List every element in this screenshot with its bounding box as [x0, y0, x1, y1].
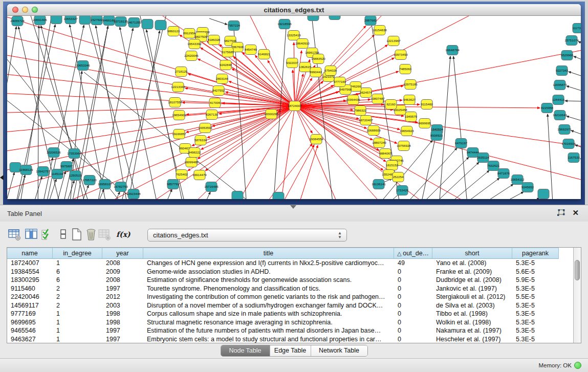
edge[interactable] [429, 170, 489, 199]
graph-node-selected[interactable]: 16914479 [192, 170, 207, 180]
column-header-in_degree[interactable]: in_degree [53, 248, 102, 259]
table-cell-short[interactable]: Stergiakouli et al. (2012) [432, 293, 512, 301]
graph-node-selected[interactable]: 7986322 [354, 106, 367, 116]
graph-node-selected[interactable]: 417006 [209, 98, 221, 108]
graph-node-selected[interactable]: 18720407 [359, 116, 373, 125]
graph-node-selected[interactable]: 10807487 [371, 94, 385, 104]
graph-node[interactable] [273, 192, 284, 200]
graph-node[interactable]: 8471876 [497, 169, 510, 179]
table-cell-out_de[interactable]: 0 [394, 293, 432, 301]
table-selector-dropdown[interactable]: citations_edges.txt ▲▼ [147, 229, 347, 242]
graph-node[interactable] [308, 16, 319, 21]
column-header-out_de[interactable]: △out_de… [394, 248, 432, 259]
table-options-icon[interactable] [8, 228, 21, 242]
table-cell-title[interactable]: Structural magnetic resonance image aver… [143, 318, 394, 327]
graph-node-selected[interactable]: 9146821 [258, 50, 271, 59]
table-cell-name[interactable]: 18724007 [7, 259, 53, 268]
table-row[interactable]: 1872400712008Changes of HCN gene express… [7, 259, 573, 268]
graph-node[interactable]: 2935114 [477, 153, 489, 163]
row-options-icon[interactable] [57, 228, 71, 242]
table-cell-title[interactable]: Investigating the contribution of common… [143, 293, 394, 301]
edge-selected[interactable] [294, 145, 318, 199]
table-row[interactable]: 1938455462009Genome-wide association stu… [7, 268, 573, 276]
table-row[interactable]: 911546021997Tourette syndrome. Phenomeno… [7, 285, 573, 293]
edge[interactable] [418, 135, 436, 199]
edge[interactable] [567, 86, 581, 97]
graph-node-selected[interactable]: 18807249 [372, 138, 386, 148]
graph-node-selected[interactable]: 1615152 [386, 161, 399, 170]
graph-node-selected[interactable]: 8990443 [310, 68, 322, 77]
graph-node[interactable]: 2887682 [364, 16, 377, 26]
graph-node-selected[interactable]: 8454749 [245, 45, 257, 55]
delete-table-icon[interactable] [98, 228, 112, 242]
edge[interactable] [197, 192, 210, 199]
graph-node-selected[interactable]: 9115460 [421, 100, 433, 110]
graph-node[interactable]: 16136141 [372, 180, 386, 189]
edge[interactable] [117, 16, 168, 199]
vertical-scrollbar[interactable] [573, 248, 581, 343]
edge-selected[interactable] [295, 106, 581, 185]
delete-column-icon[interactable] [85, 228, 98, 242]
table-cell-short[interactable]: Franke et al. (2009) [432, 268, 512, 276]
graph-node[interactable]: 1244413 [552, 95, 565, 105]
graph-node[interactable]: 15692971 [557, 125, 572, 135]
table-cell-pagerank[interactable]: 5.5E-5 [512, 293, 559, 301]
graph-node-selected[interactable]: 8912954 [183, 29, 196, 38]
graph-node[interactable]: 12923448 [126, 189, 141, 199]
graph-node[interactable]: 1527602 [91, 16, 103, 25]
column-header-title[interactable]: title [143, 248, 394, 259]
table-cell-name[interactable]: 18300295 [7, 276, 53, 285]
table-cell-year[interactable]: 1997 [102, 326, 143, 335]
graph-node[interactable]: 16958107 [98, 180, 112, 189]
graph-node-selected[interactable]: 2803144 [216, 74, 229, 84]
graph-node-selected[interactable]: 3175685 [222, 48, 234, 57]
graph-node-selected[interactable]: 12975185 [403, 80, 418, 90]
edge-selected[interactable] [7, 31, 295, 106]
edge[interactable] [488, 198, 539, 199]
table-cell-name[interactable]: 9699695 [7, 318, 53, 327]
table-cell-name[interactable]: 14569117 [7, 301, 53, 310]
graph-node-selected[interactable]: 62160 [385, 100, 397, 110]
table-cell-year[interactable]: 1997 [102, 285, 143, 293]
graph-node-selected[interactable]: 1949579 [405, 112, 418, 122]
graph-node[interactable]: 20206526 [47, 148, 61, 158]
graph-node-selected[interactable]: 12213967 [386, 36, 401, 46]
table-cell-name[interactable]: 22420046 [7, 293, 53, 301]
graph-node[interactable]: 8215958 [541, 103, 554, 113]
table-cell-out_de[interactable]: 0 [394, 326, 432, 335]
edge-selected[interactable] [7, 106, 295, 154]
split-pane-handle[interactable] [290, 205, 296, 209]
graph-node-selected[interactable]: 9322037 [286, 58, 299, 68]
graph-node[interactable]: 17353964 [67, 149, 81, 159]
table-cell-year[interactable]: 2012 [102, 293, 143, 301]
graph-node[interactable]: 14671355 [127, 18, 141, 28]
graph-node-selected[interactable]: 10756928 [397, 141, 411, 151]
table-cell-pagerank[interactable]: 5.3E-5 [512, 285, 559, 293]
table-cell-pagerank[interactable]: 5.3E-5 [512, 301, 559, 310]
table-cell-title[interactable]: Changes of HCN gene expression and I(f) … [143, 259, 394, 268]
edge-selected[interactable] [295, 16, 498, 106]
graph-node-selected[interactable]: 7485063 [399, 64, 412, 74]
table-cell-out_de[interactable]: 0 [394, 335, 432, 344]
graph-node-selected[interactable]: 12213343 [171, 82, 185, 92]
table-cell-short[interactable]: Yano et al. (2008) [432, 259, 512, 268]
table-row[interactable]: 1456911722003Disruption of a novel membe… [7, 301, 573, 310]
table-cell-title[interactable]: Estimation of the future numbers of pati… [143, 326, 394, 335]
table-cell-in_degree[interactable]: 6 [53, 276, 102, 285]
table-cell-name[interactable]: 19384554 [7, 268, 53, 276]
table-cell-out_de[interactable]: 0 [394, 301, 432, 310]
graph-node-selected[interactable]: 22420046 [184, 51, 199, 61]
graph-node-selected[interactable]: 16099489 [184, 158, 199, 167]
table-cell-title[interactable]: Disruption of a novel member of a sodium… [143, 301, 394, 310]
graph-node[interactable]: 8813074 [329, 16, 341, 20]
column-header-year[interactable]: year [102, 248, 143, 259]
graph-node[interactable]: 13942757 [36, 167, 50, 177]
show-columns-icon[interactable] [25, 228, 38, 242]
graph-node-selected[interactable]: 9498222 [188, 148, 201, 158]
graph-node-selected[interactable]: 10688609 [366, 126, 381, 136]
edge[interactable] [453, 56, 469, 199]
graph-node[interactable]: 7632621 [487, 161, 500, 171]
graph-node-selected[interactable]: 18300295 [264, 110, 278, 119]
graph-node[interactable]: 9857791 [167, 180, 180, 189]
graph-node-selected[interactable]: 18107554 [168, 98, 182, 107]
